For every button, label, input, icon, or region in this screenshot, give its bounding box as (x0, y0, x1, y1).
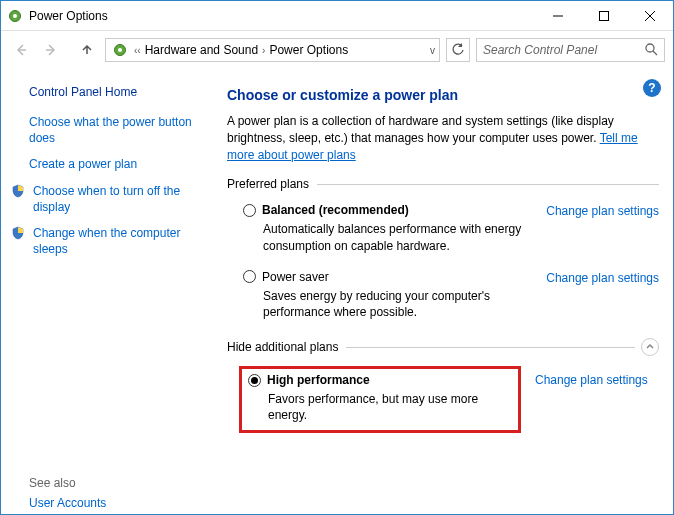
plan-balanced: Balanced (recommended) Automatically bal… (227, 199, 659, 265)
plan-desc-high-performance: Favors performance, but may use more ene… (248, 387, 512, 423)
see-also-label: See also (29, 476, 76, 490)
hide-additional-plans-label[interactable]: Hide additional plans (227, 340, 338, 354)
breadcrumb-item[interactable]: Power Options (269, 43, 348, 57)
shield-icon (11, 226, 27, 244)
titlebar: Power Options (1, 1, 673, 31)
breadcrumb-item[interactable]: Hardware and Sound (145, 43, 258, 57)
chevron-down-icon[interactable]: v (430, 45, 435, 56)
svg-point-9 (118, 48, 122, 52)
plan-name-high-performance[interactable]: High performance (267, 373, 370, 387)
change-settings-link-balanced[interactable]: Change plan settings (546, 203, 659, 253)
radio-power-saver[interactable] (243, 270, 256, 283)
navbar: ‹‹ Hardware and Sound › Power Options v … (1, 31, 673, 69)
breadcrumb-bar[interactable]: ‹‹ Hardware and Sound › Power Options v (105, 38, 440, 62)
chevron-right-icon: ‹‹ (130, 45, 145, 56)
sidebar-link-create-plan[interactable]: Create a power plan (29, 156, 137, 172)
sidebar-link-turn-off-display[interactable]: Choose when to turn off the display (33, 183, 209, 215)
search-icon (644, 42, 658, 59)
plan-name-balanced[interactable]: Balanced (recommended) (262, 203, 409, 217)
main-panel: ? Choose or customize a power plan A pow… (227, 83, 659, 514)
close-button[interactable] (627, 1, 673, 30)
collapse-button[interactable] (641, 338, 659, 356)
window-title: Power Options (29, 9, 108, 23)
nav-up-button[interactable] (75, 38, 99, 62)
svg-rect-3 (600, 11, 609, 20)
shield-icon (11, 184, 27, 202)
help-icon[interactable]: ? (643, 79, 661, 97)
power-options-icon (110, 43, 130, 57)
sidebar-link-sleep[interactable]: Change when the computer sleeps (33, 225, 209, 257)
control-panel-home-link[interactable]: Control Panel Home (11, 83, 209, 109)
minimize-button[interactable] (535, 1, 581, 30)
plan-name-power-saver[interactable]: Power saver (262, 270, 329, 284)
page-description: A power plan is a collection of hardware… (227, 113, 659, 163)
radio-high-performance[interactable] (248, 374, 261, 387)
svg-point-10 (646, 44, 654, 52)
page-heading: Choose or customize a power plan (227, 87, 659, 103)
change-settings-link-power-saver[interactable]: Change plan settings (546, 270, 659, 320)
plan-desc-power-saver: Saves energy by reducing your computer's… (243, 284, 546, 320)
plan-desc-balanced: Automatically balances performance with … (243, 217, 546, 253)
radio-balanced[interactable] (243, 204, 256, 217)
plan-power-saver: Power saver Saves energy by reducing you… (227, 266, 659, 332)
sidebar: Control Panel Home Choose what the power… (11, 83, 209, 514)
user-accounts-link[interactable]: User Accounts (29, 496, 106, 510)
preferred-plans-label: Preferred plans (227, 177, 659, 191)
svg-point-1 (13, 14, 17, 18)
sidebar-link-power-button[interactable]: Choose what the power button does (29, 114, 209, 146)
svg-line-11 (653, 51, 657, 55)
power-options-icon (7, 8, 23, 24)
maximize-button[interactable] (581, 1, 627, 30)
nav-forward-button[interactable] (39, 38, 63, 62)
change-settings-link-high-performance[interactable]: Change plan settings (535, 372, 648, 387)
nav-back-button[interactable] (9, 38, 33, 62)
refresh-button[interactable] (446, 38, 470, 62)
plan-high-performance-highlight: High performance Favors performance, but… (239, 366, 521, 432)
search-input[interactable]: Search Control Panel (476, 38, 665, 62)
chevron-right-icon: › (258, 45, 269, 56)
search-placeholder: Search Control Panel (483, 43, 597, 57)
